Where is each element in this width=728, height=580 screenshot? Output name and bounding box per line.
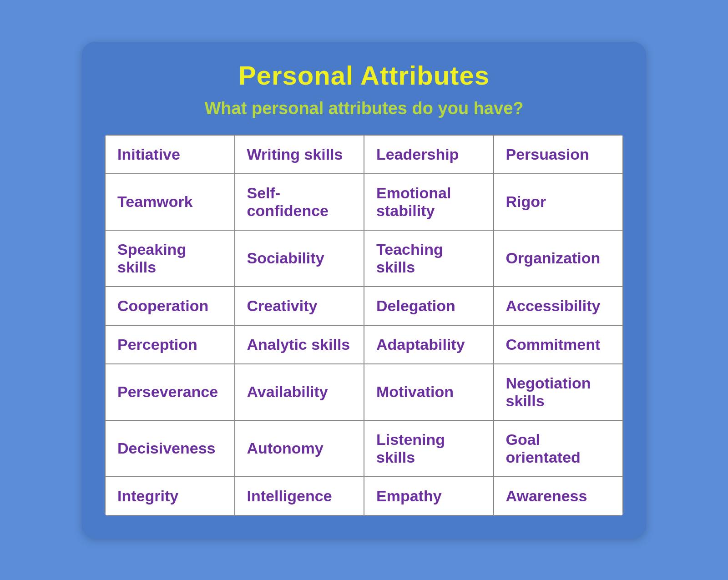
cell-r7-c0: Integrity: [105, 477, 235, 515]
cell-r0-c3: Persuasion: [494, 135, 623, 174]
table-row: Speaking skillsSociabilityTeaching skill…: [105, 230, 623, 287]
cell-r1-c1: Self-confidence: [235, 174, 364, 230]
attributes-table: InitiativeWriting skillsLeadershipPersua…: [105, 135, 623, 516]
cell-r0-c1: Writing skills: [235, 135, 364, 174]
cell-r2-c0: Speaking skills: [105, 230, 235, 287]
table-row: PerseveranceAvailabilityMotivationNegoti…: [105, 364, 623, 420]
table-row: InitiativeWriting skillsLeadershipPersua…: [105, 135, 623, 174]
cell-r4-c0: Perception: [105, 325, 235, 364]
cell-r5-c1: Availability: [235, 364, 364, 420]
cell-r2-c2: Teaching skills: [364, 230, 494, 287]
page-title: Personal Attributes: [105, 60, 623, 91]
cell-r3-c1: Creativity: [235, 287, 364, 325]
cell-r2-c3: Organization: [494, 230, 623, 287]
cell-r5-c3: Negotiation skills: [494, 364, 623, 420]
cell-r6-c0: Decisiveness: [105, 420, 235, 477]
cell-r3-c3: Accessibility: [494, 287, 623, 325]
page-subtitle: What personal attributes do you have?: [105, 99, 623, 118]
table-row: TeamworkSelf-confidenceEmotional stabili…: [105, 174, 623, 230]
cell-r4-c2: Adaptability: [364, 325, 494, 364]
cell-r3-c2: Delegation: [364, 287, 494, 325]
table-row: PerceptionAnalytic skillsAdaptabilityCom…: [105, 325, 623, 364]
cell-r7-c1: Intelligence: [235, 477, 364, 515]
cell-r0-c0: Initiative: [105, 135, 235, 174]
cell-r0-c2: Leadership: [364, 135, 494, 174]
cell-r1-c0: Teamwork: [105, 174, 235, 230]
cell-r7-c3: Awareness: [494, 477, 623, 515]
cell-r3-c0: Cooperation: [105, 287, 235, 325]
cell-r6-c3: Goal orientated: [494, 420, 623, 477]
cell-r4-c1: Analytic skills: [235, 325, 364, 364]
cell-r4-c3: Commitment: [494, 325, 623, 364]
table-row: IntegrityIntelligenceEmpathyAwareness: [105, 477, 623, 515]
cell-r6-c1: Autonomy: [235, 420, 364, 477]
table-row: DecisivenessAutonomyListening skillsGoal…: [105, 420, 623, 477]
cell-r1-c2: Emotional stability: [364, 174, 494, 230]
cell-r5-c2: Motivation: [364, 364, 494, 420]
card: Personal Attributes What personal attrib…: [82, 42, 646, 539]
cell-r2-c1: Sociability: [235, 230, 364, 287]
cell-r1-c3: Rigor: [494, 174, 623, 230]
cell-r7-c2: Empathy: [364, 477, 494, 515]
cell-r6-c2: Listening skills: [364, 420, 494, 477]
cell-r5-c0: Perseverance: [105, 364, 235, 420]
table-row: CooperationCreativityDelegationAccessibi…: [105, 287, 623, 325]
